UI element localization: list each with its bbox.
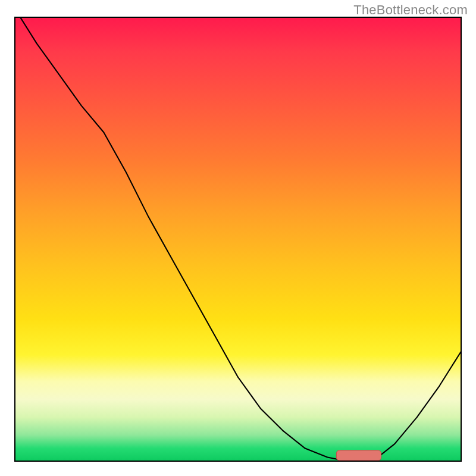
chart-root: TheBottleneck.com xyxy=(0,0,476,476)
optimal-range-marker xyxy=(336,450,381,461)
plot-svg xyxy=(14,17,462,462)
chart-area xyxy=(14,17,462,462)
watermark-text: TheBottleneck.com xyxy=(353,2,468,18)
bottleneck-curve xyxy=(14,17,462,462)
